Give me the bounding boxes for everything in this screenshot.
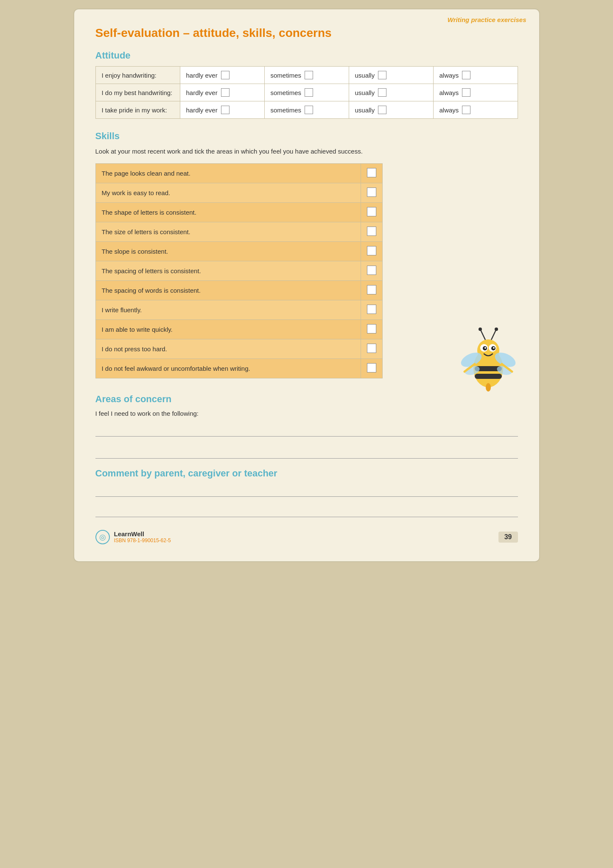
- freq-checkbox[interactable]: [221, 88, 230, 97]
- attitude-table: I enjoy handwriting:hardly eversometimes…: [95, 66, 518, 119]
- svg-point-9: [493, 347, 495, 349]
- attitude-freq-cell: always: [433, 101, 518, 119]
- skills-instruction: Look at your most recent work and tick t…: [95, 147, 518, 157]
- freq-label: hardly ever: [186, 106, 218, 114]
- freq-label: sometimes: [271, 72, 302, 79]
- skills-checkbox[interactable]: [367, 207, 376, 216]
- skills-checkbox[interactable]: [367, 168, 376, 177]
- skills-item-text: I write fluently.: [95, 300, 361, 319]
- areas-heading: Areas of concern: [95, 394, 518, 405]
- skills-checkbox[interactable]: [367, 227, 376, 236]
- freq-label: sometimes: [271, 106, 302, 114]
- attitude-freq-cell: usually: [349, 101, 433, 119]
- attitude-freq-cell: sometimes: [264, 67, 349, 84]
- freq-checkbox[interactable]: [462, 106, 470, 114]
- skills-checkbox[interactable]: [367, 305, 376, 314]
- svg-point-8: [484, 347, 486, 349]
- skills-checkbox-cell: [361, 261, 382, 280]
- freq-label: usually: [355, 89, 375, 96]
- page-title: Self-evaluation – attitude, skills, conc…: [95, 26, 518, 40]
- freq-checkbox[interactable]: [462, 71, 470, 79]
- svg-line-12: [491, 330, 496, 340]
- attitude-heading: Attitude: [95, 50, 518, 61]
- svg-point-11: [479, 328, 482, 331]
- freq-label: usually: [355, 106, 375, 114]
- skills-checkbox-cell: [361, 222, 382, 241]
- skills-checkbox-cell: [361, 202, 382, 222]
- write-line-1[interactable]: [95, 424, 518, 437]
- skills-item-text: I do not feel awkward or uncomfortable w…: [95, 358, 361, 378]
- skills-item-text: I am able to write quickly.: [95, 319, 361, 339]
- skills-item-text: My work is easy to read.: [95, 183, 361, 202]
- bee-illustration: [459, 322, 518, 395]
- skills-checkbox-cell: [361, 319, 382, 339]
- skills-checkbox[interactable]: [367, 344, 376, 353]
- freq-checkbox[interactable]: [378, 88, 386, 97]
- skills-checkbox-cell: [361, 339, 382, 358]
- watermark-label: Writing practice exercises: [448, 16, 526, 23]
- skills-checkbox[interactable]: [367, 324, 376, 333]
- svg-point-13: [495, 328, 498, 331]
- freq-checkbox[interactable]: [305, 71, 313, 79]
- freq-checkbox[interactable]: [221, 106, 230, 114]
- attitude-freq-cell: hardly ever: [180, 67, 264, 84]
- attitude-freq-cell: always: [433, 67, 518, 84]
- skills-checkbox-cell: [361, 241, 382, 261]
- comment-line-2[interactable]: [95, 504, 518, 517]
- skills-item-text: The size of letters is consistent.: [95, 222, 361, 241]
- freq-checkbox[interactable]: [305, 106, 313, 114]
- learnwell-logo: ◎: [95, 530, 110, 544]
- skills-checkbox[interactable]: [367, 188, 376, 197]
- comment-heading: Comment by parent, caregiver or teacher: [95, 468, 518, 479]
- comment-line-1[interactable]: [95, 484, 518, 497]
- attitude-row-label: I take pride in my work:: [95, 101, 180, 119]
- areas-instruction: I feel I need to work on the following:: [95, 410, 518, 417]
- skills-checkbox-cell: [361, 163, 382, 183]
- skills-checkbox[interactable]: [367, 285, 376, 294]
- attitude-freq-cell: always: [433, 84, 518, 101]
- page-number: 39: [498, 532, 518, 543]
- freq-checkbox[interactable]: [305, 88, 313, 97]
- skills-row-wrapper: The page looks clean and neat.My work is…: [95, 163, 518, 387]
- freq-checkbox[interactable]: [221, 71, 230, 79]
- skills-item-text: The page looks clean and neat.: [95, 163, 361, 183]
- skills-checkbox-cell: [361, 300, 382, 319]
- attitude-freq-cell: hardly ever: [180, 84, 264, 101]
- attitude-row-label: I enjoy handwriting:: [95, 67, 180, 84]
- page-wrapper: Writing practice exercises Self-evaluati…: [73, 8, 540, 562]
- skills-item-text: The spacing of words is consistent.: [95, 280, 361, 300]
- attitude-freq-cell: sometimes: [264, 101, 349, 119]
- freq-checkbox[interactable]: [378, 71, 386, 79]
- skills-checkbox-cell: [361, 280, 382, 300]
- freq-label: usually: [355, 72, 375, 79]
- comment-section: Comment by parent, caregiver or teacher: [95, 468, 518, 517]
- brand-name: LearnWell: [114, 530, 171, 538]
- skills-item-text: The shape of letters is consistent.: [95, 202, 361, 222]
- skills-checkbox[interactable]: [367, 246, 376, 255]
- freq-label: hardly ever: [186, 89, 218, 96]
- freq-label: always: [439, 89, 459, 96]
- freq-label: hardly ever: [186, 72, 218, 79]
- attitude-row-label: I do my best handwriting:: [95, 84, 180, 101]
- svg-line-10: [481, 330, 485, 340]
- freq-label: sometimes: [271, 89, 302, 96]
- freq-checkbox[interactable]: [462, 88, 470, 97]
- attitude-freq-cell: hardly ever: [180, 101, 264, 119]
- skills-checkbox[interactable]: [367, 363, 376, 372]
- skills-table: The page looks clean and neat.My work is…: [95, 163, 383, 378]
- areas-of-concern-section: Areas of concern I feel I need to work o…: [95, 394, 518, 459]
- skills-checkbox-cell: [361, 183, 382, 202]
- skills-checkbox-cell: [361, 358, 382, 378]
- svg-point-20: [486, 383, 491, 392]
- attitude-freq-cell: usually: [349, 84, 433, 101]
- footer-left: ◎ LearnWell ISBN 978-1-990015-62-5: [95, 530, 171, 544]
- isbn-label: ISBN 978-1-990015-62-5: [114, 538, 171, 543]
- write-line-2[interactable]: [95, 446, 518, 459]
- skills-checkbox[interactable]: [367, 266, 376, 275]
- svg-rect-2: [475, 374, 502, 379]
- skills-heading: Skills: [95, 131, 518, 142]
- attitude-freq-cell: usually: [349, 67, 433, 84]
- page-footer: ◎ LearnWell ISBN 978-1-990015-62-5 39: [95, 530, 518, 544]
- freq-checkbox[interactable]: [378, 106, 386, 114]
- freq-label: always: [439, 72, 459, 79]
